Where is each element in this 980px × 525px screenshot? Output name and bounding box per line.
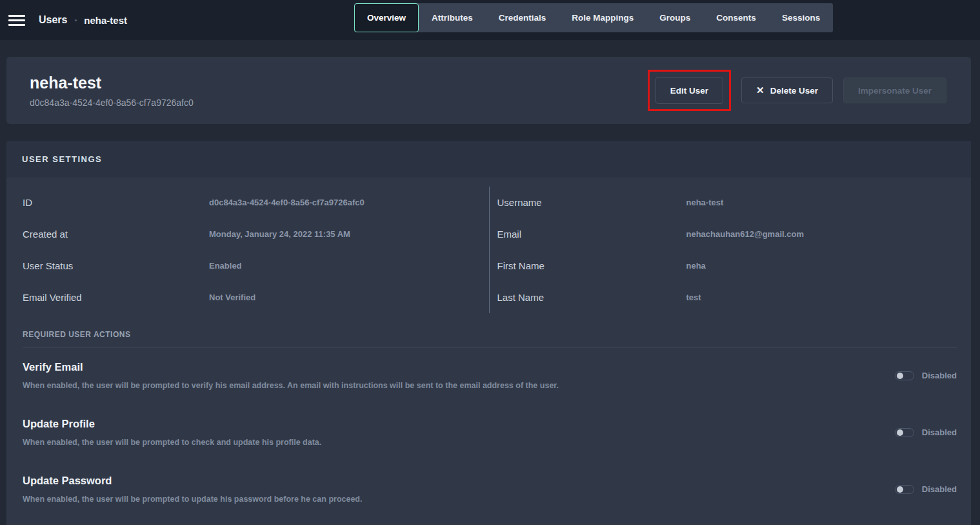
toggle-knob xyxy=(897,429,903,436)
field-label: Email Verified xyxy=(23,292,209,303)
tab-consents[interactable]: Consents xyxy=(703,3,769,32)
update-password-toggle-group: Disabled xyxy=(895,484,957,494)
field-created-at: Created at Monday, January 24, 2022 11:3… xyxy=(6,218,489,250)
edit-user-button[interactable]: Edit User xyxy=(655,77,723,104)
user-settings-title: USER SETTINGS xyxy=(22,154,102,164)
update-profile-toggle-group: Disabled xyxy=(895,427,957,437)
field-last-name: Last Name test xyxy=(490,282,972,313)
field-value: Monday, January 24, 2022 11:35 AM xyxy=(209,229,489,239)
tab-sessions[interactable]: Sessions xyxy=(769,3,833,32)
menu-icon[interactable] xyxy=(8,15,25,26)
action-update-password: Update Password When enabled, the user w… xyxy=(23,461,957,518)
delete-user-label: Delete User xyxy=(770,86,818,96)
field-label: User Status xyxy=(23,260,209,271)
breadcrumb-current-user: neha-test xyxy=(84,15,127,26)
field-email-verified: Email Verified Not Verified xyxy=(6,282,489,313)
toggle-state-label: Disabled xyxy=(922,371,957,380)
user-title-block: neha-test d0c84a3a-4524-4ef0-8a56-cf7a97… xyxy=(30,74,194,108)
topbar: Users • neha-test Overview Attributes Cr… xyxy=(0,0,980,40)
field-label: Created at xyxy=(23,229,209,240)
required-user-actions-section: REQUIRED USER ACTIONS Verify Email When … xyxy=(6,330,971,518)
field-label: ID xyxy=(23,197,209,208)
field-first-name: First Name neha xyxy=(490,250,972,282)
field-id: ID d0c84a3a-4524-4ef0-8a56-cf7a9726afc0 xyxy=(6,187,489,218)
tab-credentials[interactable]: Credentials xyxy=(486,3,559,32)
field-value: Not Verified xyxy=(209,293,489,302)
field-value: test xyxy=(686,293,972,302)
user-id-subtitle: d0c84a3a-4524-4ef0-8a56-cf7a9726afc0 xyxy=(30,98,194,108)
toggle-knob xyxy=(897,486,903,493)
field-value: neha-test xyxy=(686,198,972,207)
page-title: neha-test xyxy=(30,74,194,92)
action-description: When enabled, the user will be prompted … xyxy=(23,381,559,390)
delete-user-button[interactable]: ✕ Delete User xyxy=(741,77,833,103)
tab-role-mappings[interactable]: Role Mappings xyxy=(559,3,646,32)
update-password-toggle[interactable] xyxy=(895,485,914,494)
toggle-knob xyxy=(897,373,903,379)
user-overview-panel: USER SETTINGS ID d0c84a3a-4524-4ef0-8a56… xyxy=(6,141,971,525)
tab-bar: Overview Attributes Credentials Role Map… xyxy=(354,3,833,32)
breadcrumb-separator-icon: • xyxy=(74,16,77,24)
toggle-state-label: Disabled xyxy=(922,484,957,494)
action-verify-email: Verify Email When enabled, the user will… xyxy=(23,347,957,404)
close-icon: ✕ xyxy=(756,85,765,96)
header-actions: Edit User ✕ Delete User Impersonate User xyxy=(648,70,946,111)
action-description: When enabled, the user will be prompted … xyxy=(23,438,321,447)
field-label: Email xyxy=(497,229,686,240)
action-title: Verify Email xyxy=(23,361,559,373)
action-title: Update Password xyxy=(23,475,362,487)
user-settings-header: USER SETTINGS xyxy=(6,141,971,178)
required-actions-title: REQUIRED USER ACTIONS xyxy=(23,330,957,339)
user-header-card: neha-test d0c84a3a-4524-4ef0-8a56-cf7a97… xyxy=(6,57,971,124)
field-value: Enabled xyxy=(209,261,489,271)
field-label: Username xyxy=(497,197,686,208)
tab-attributes[interactable]: Attributes xyxy=(419,3,486,32)
settings-column-right: Username neha-test Email nehachauhan612@… xyxy=(489,187,972,313)
tab-overview[interactable]: Overview xyxy=(354,3,419,32)
field-label: First Name xyxy=(497,260,686,271)
action-text-block: Update Password When enabled, the user w… xyxy=(23,475,362,504)
field-email: Email nehachauhan612@gmail.com xyxy=(490,218,972,250)
impersonate-user-button[interactable]: Impersonate User xyxy=(843,77,946,103)
verify-email-toggle[interactable] xyxy=(895,371,914,380)
field-value: nehachauhan612@gmail.com xyxy=(686,229,972,239)
tab-groups[interactable]: Groups xyxy=(646,3,703,32)
verify-email-toggle-group: Disabled xyxy=(895,371,957,380)
settings-column-left: ID d0c84a3a-4524-4ef0-8a56-cf7a9726afc0 … xyxy=(6,187,489,313)
breadcrumb-users[interactable]: Users xyxy=(39,14,67,26)
toggle-state-label: Disabled xyxy=(922,427,957,437)
action-update-profile: Update Profile When enabled, the user wi… xyxy=(23,404,957,461)
field-value: d0c84a3a-4524-4ef0-8a56-cf7a9726afc0 xyxy=(209,198,489,207)
update-profile-toggle[interactable] xyxy=(895,428,914,437)
annotation-highlight-rect: Edit User xyxy=(648,70,731,111)
field-user-status: User Status Enabled xyxy=(6,250,489,282)
user-settings-grid: ID d0c84a3a-4524-4ef0-8a56-cf7a9726afc0 … xyxy=(6,178,971,321)
field-label: Last Name xyxy=(497,292,686,303)
action-text-block: Verify Email When enabled, the user will… xyxy=(23,361,559,390)
field-value: neha xyxy=(686,261,972,271)
field-username: Username neha-test xyxy=(490,187,972,218)
action-description: When enabled, the user will be prompted … xyxy=(23,495,362,504)
action-title: Update Profile xyxy=(23,418,321,430)
action-text-block: Update Profile When enabled, the user wi… xyxy=(23,418,321,447)
